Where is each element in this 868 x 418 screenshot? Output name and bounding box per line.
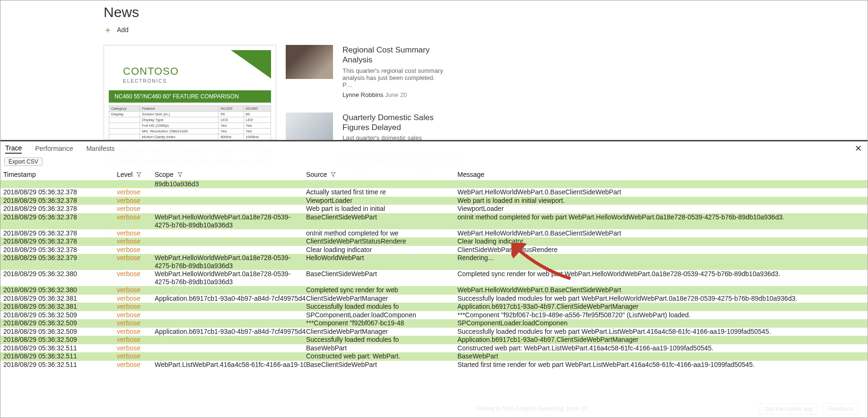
news-card-body: Last quarter's domestic sales figures… bbox=[342, 134, 447, 140]
trace-row[interactable]: 2018/08/29 05:36:32.509verboseSuccessful… bbox=[0, 336, 868, 344]
spfx-devtools-panel: Trace Performance Manifests ✕ Export CSV… bbox=[0, 141, 868, 418]
contoso-subtitle: ELECTRONICS bbox=[123, 78, 271, 84]
triangle-decoration bbox=[231, 50, 271, 78]
trace-row[interactable]: 2018/08/29 05:36:32.378verboseActually s… bbox=[0, 188, 868, 197]
header-timestamp[interactable]: Timestamp bbox=[3, 171, 117, 178]
trace-row[interactable]: 2018/08/29 05:36:32.381verboseSuccessful… bbox=[0, 303, 868, 311]
trace-row[interactable]: 2018/08/29 05:36:32.378verboseViewportLo… bbox=[0, 197, 868, 205]
filter-icon[interactable] bbox=[136, 171, 141, 179]
news-card-title: Regional Cost Summary Analysis bbox=[342, 45, 447, 65]
trace-row[interactable]: 2018/08/29 05:36:32.509verboseSPComponen… bbox=[0, 311, 868, 320]
trace-row[interactable]: 2018/08/29 05:36:32.381verboseApplicatio… bbox=[0, 295, 868, 303]
trace-row[interactable]: 2018/08/29 05:36:32.509verbose***Compone… bbox=[0, 319, 868, 328]
bottom-ghost-bar: Selling in Non-English-Speaking June 20 … bbox=[0, 401, 868, 418]
trace-row[interactable]: 2018/08/29 05:36:32.378verboseWebPart.He… bbox=[0, 213, 868, 229]
trace-row[interactable]: 2018/08/29 05:36:32.378verboseWeb part i… bbox=[0, 205, 868, 213]
news-thumbnail bbox=[286, 113, 333, 140]
close-icon[interactable]: ✕ bbox=[855, 143, 862, 154]
trace-row[interactable]: 2018/08/29 05:36:32.511verboseWebPart.Li… bbox=[0, 361, 868, 369]
trace-row[interactable]: 2018/08/29 05:36:32.378verboseClear load… bbox=[0, 246, 868, 254]
add-label: Add bbox=[117, 26, 129, 34]
news-card-byline: Lynne Robbins June 20 bbox=[342, 91, 447, 98]
trace-column-headers: Timestamp Level Scope Source Message bbox=[0, 168, 868, 180]
add-news-button[interactable]: ＋ Add bbox=[104, 26, 468, 34]
header-message[interactable]: Message bbox=[457, 171, 865, 178]
trace-row[interactable]: 89db10a936d3 bbox=[0, 180, 868, 188]
trace-row[interactable]: 2018/08/29 05:36:32.380verboseWebPart.He… bbox=[0, 270, 868, 286]
sharepoint-page: News ＋ Add CONTOSO ELECTRONICS NC460 55"… bbox=[0, 0, 868, 140]
feature-comparison-bar: NC460 55"/NC460 60" FEATURE COMPARISON bbox=[109, 90, 271, 103]
trace-row[interactable]: 2018/08/29 05:36:32.511verboseConstructe… bbox=[0, 352, 868, 361]
news-card-regional[interactable]: Regional Cost Summary Analysis This quar… bbox=[286, 45, 447, 98]
trace-row[interactable]: 2018/08/29 05:36:32.378verboseonInit met… bbox=[0, 229, 868, 238]
news-section-title: News bbox=[104, 4, 468, 20]
trace-row[interactable]: 2018/08/29 05:36:32.509verboseApplicatio… bbox=[0, 328, 868, 336]
feedback-button[interactable]: Feedback bbox=[823, 403, 858, 415]
trace-row[interactable]: 2018/08/29 05:36:32.380verboseCompleted … bbox=[0, 286, 868, 295]
tab-trace[interactable]: Trace bbox=[5, 143, 22, 154]
export-csv-button[interactable]: Export CSV bbox=[4, 157, 43, 166]
news-card-quarterly[interactable]: Quarterly Domestic Sales Figures Delayed… bbox=[286, 113, 447, 140]
filter-icon[interactable] bbox=[177, 171, 183, 179]
header-level[interactable]: Level bbox=[117, 171, 155, 178]
devtools-tabs: Trace Performance Manifests ✕ bbox=[0, 141, 868, 156]
news-card-featured[interactable]: CONTOSO ELECTRONICS NC460 55"/NC460 60" … bbox=[104, 45, 276, 139]
get-mobile-app-button[interactable]: Get the mobile app bbox=[760, 403, 818, 415]
news-thumbnail bbox=[286, 45, 333, 79]
plus-icon: ＋ bbox=[104, 26, 112, 33]
news-card-title: Quarterly Domestic Sales Figures Delayed bbox=[342, 113, 447, 133]
news-card-body: This quarter's regional cost summary ana… bbox=[342, 67, 447, 88]
filter-icon[interactable] bbox=[331, 171, 336, 179]
tab-manifests[interactable]: Manifests bbox=[86, 144, 114, 153]
trace-row[interactable]: 2018/08/29 05:36:32.378verboseClientSide… bbox=[0, 237, 868, 246]
header-scope[interactable]: Scope bbox=[155, 171, 306, 178]
trace-row[interactable]: 2018/08/29 05:36:32.511verboseBaseWebPar… bbox=[0, 344, 868, 353]
trace-rows: 89db10a936d32018/08/29 05:36:32.378verbo… bbox=[0, 180, 868, 369]
tab-performance[interactable]: Performance bbox=[35, 144, 73, 153]
feature-table: CategoryFeatureNC320NC460 DisplayScreen … bbox=[109, 105, 271, 139]
header-source[interactable]: Source bbox=[306, 171, 457, 178]
trace-row[interactable]: 2018/08/29 05:36:32.379verboseWebPart.He… bbox=[0, 254, 868, 270]
